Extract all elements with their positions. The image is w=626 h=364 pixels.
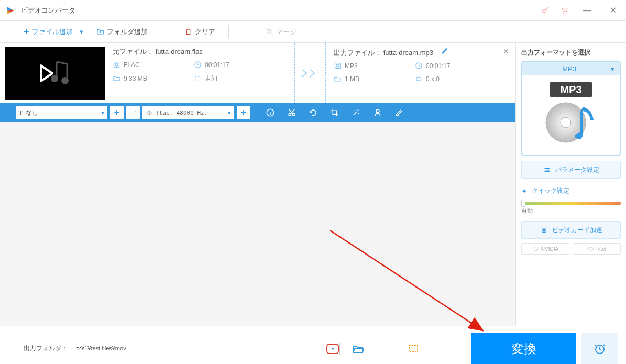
sliders-icon [543, 166, 551, 174]
browse-folder-icon[interactable] [352, 343, 364, 355]
info-icon[interactable] [261, 103, 280, 122]
subtitle-select[interactable]: T なし ▾ [16, 106, 107, 119]
bottom-bar: 出力フォルダ： ▾ 変換 [0, 333, 626, 364]
svg-point-26 [561, 117, 571, 128]
add-file-button[interactable]: + ファイル追加 ▾ [18, 24, 89, 40]
dropdown-icon: ▾ [228, 109, 231, 116]
text-icon: T [19, 109, 23, 117]
open-output-icon[interactable] [407, 343, 420, 355]
dropdown-icon[interactable]: ▾ [80, 28, 83, 36]
format-dropdown[interactable]: MP3 ▾ [522, 62, 620, 75]
main-toolbar: + ファイル追加 ▾ フォルダ追加 クリア マージ [0, 21, 626, 43]
output-path-input[interactable] [73, 343, 340, 355]
speaker-icon [146, 109, 153, 117]
output-sidebar: 出力フォーマットを選択 MP3 ▾ MP3 パ [516, 43, 626, 326]
audio-track-select[interactable]: flac, 48000 Hz, ▾ [142, 106, 234, 119]
thumbnail[interactable] [5, 47, 105, 100]
file-list-empty [0, 122, 515, 326]
gpu-accel-button[interactable]: ビデオカード加速 [521, 221, 621, 239]
dropdown-icon: ▾ [332, 346, 334, 351]
svg-point-28 [547, 169, 549, 171]
plus-icon: + [114, 107, 120, 118]
h-icon: H' [130, 109, 136, 116]
svg-point-29 [545, 171, 546, 172]
edit-name-icon[interactable] [441, 47, 448, 55]
svg-point-18 [354, 110, 355, 111]
output-folder-label: 出力フォルダ： [24, 344, 68, 353]
nvidia-badge: NVIDIA [521, 243, 569, 255]
quality-value: 自動 [521, 207, 621, 215]
merge-icon [266, 28, 273, 36]
parameter-settings-button[interactable]: パラメータ設定 [521, 161, 621, 179]
key-icon[interactable] [541, 6, 550, 15]
intel-badge: Intel [573, 243, 621, 255]
sidebar-title: 出力フォーマットを選択 [521, 48, 621, 57]
play-audio-icon [37, 58, 73, 89]
file-action-bar: T なし ▾ + H' flac, 48000 Hz, ▾ + [0, 103, 515, 122]
dropdown-icon: ▾ [611, 65, 614, 73]
app-title: ビデオコンバータ [21, 6, 541, 15]
plus-icon: + [24, 26, 29, 37]
toolbar-divider [228, 25, 229, 38]
svg-point-1 [563, 12, 564, 13]
clock-icon [194, 61, 202, 69]
svg-point-5 [51, 75, 58, 82]
add-audio-button[interactable]: + [237, 106, 250, 119]
quality-slider[interactable] [521, 202, 621, 205]
svg-rect-14 [416, 77, 421, 80]
folder-plus-icon [96, 28, 104, 36]
cart-icon[interactable] [560, 6, 568, 15]
cut-icon[interactable] [282, 103, 301, 122]
clear-button[interactable]: クリア [179, 25, 221, 39]
resolution-icon [194, 74, 202, 82]
svg-point-8 [115, 63, 118, 66]
trash-icon [184, 28, 192, 36]
svg-text:MP3: MP3 [560, 84, 581, 95]
svg-point-2 [565, 12, 566, 13]
svg-rect-10 [195, 76, 200, 80]
close-button[interactable]: ✕ [605, 5, 621, 15]
rotate-icon[interactable] [304, 103, 323, 122]
clock-icon [415, 62, 423, 70]
title-bar: ビデオコンバータ — ✕ [0, 0, 626, 21]
effects-icon[interactable] [347, 103, 366, 122]
dropdown-icon: ▾ [101, 109, 104, 116]
chip-icon [540, 226, 548, 234]
add-subtitle-button[interactable]: + [110, 106, 124, 119]
alarm-icon [594, 343, 606, 355]
file-item[interactable]: ✕ 元ファイル： futta-dream.flac FLAC 00:01:17 … [0, 43, 515, 103]
slider-thumb[interactable] [521, 200, 525, 207]
app-logo-icon [5, 5, 16, 16]
resolution-icon [415, 75, 423, 83]
svg-point-20 [356, 109, 357, 110]
crop-icon[interactable] [325, 103, 344, 122]
svg-rect-31 [543, 229, 545, 231]
merge-button: マージ [260, 25, 302, 39]
svg-rect-11 [335, 63, 341, 69]
minimize-button[interactable]: — [579, 6, 595, 15]
convert-button[interactable]: 変換 [471, 333, 576, 365]
svg-point-21 [376, 109, 379, 113]
conversion-arrow [294, 43, 326, 103]
source-info: 元ファイル： futta-dream.flac FLAC 00:01:17 9.… [105, 43, 294, 103]
svg-point-12 [336, 64, 339, 67]
edit-icon[interactable] [390, 103, 409, 122]
svg-rect-34 [409, 346, 418, 352]
svg-rect-7 [114, 62, 119, 68]
remove-file-button[interactable]: ✕ [503, 47, 509, 56]
format-icon [113, 61, 120, 69]
watermark-icon[interactable] [368, 103, 387, 122]
output-path-dropdown[interactable]: ▾ [326, 344, 339, 354]
svg-point-32 [534, 247, 538, 251]
output-info: 出力ファイル： futta-dream.mp3 MP3 00:01:17 1 M… [326, 43, 515, 103]
schedule-button[interactable] [581, 333, 618, 365]
add-folder-button[interactable]: フォルダ追加 [91, 25, 153, 39]
plus-icon: ✦ [521, 187, 528, 195]
format-preview: MP3 [522, 75, 620, 149]
svg-point-6 [61, 77, 69, 84]
folder-icon [334, 75, 342, 83]
svg-point-27 [545, 168, 547, 169]
format-selector[interactable]: MP3 ▾ MP3 [521, 61, 621, 156]
hardcode-subtitle-button[interactable]: H' [126, 106, 140, 119]
quick-settings-label: ✦ クイック設定 [521, 186, 621, 195]
